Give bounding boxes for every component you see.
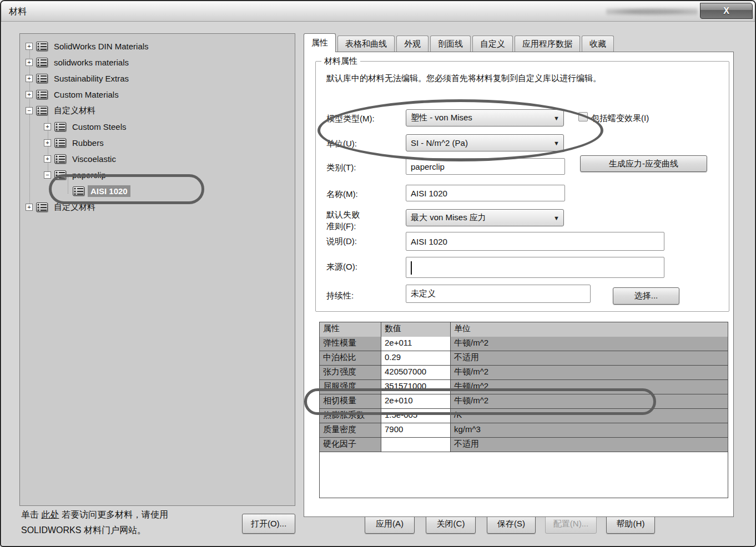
description-input[interactable] — [406, 232, 664, 251]
units-label: 单位(U): — [326, 139, 357, 149]
expand-icon[interactable]: + — [44, 123, 51, 130]
property-value-cell[interactable]: 0.29 — [381, 351, 451, 366]
chevron-down-icon: ▼ — [553, 140, 560, 146]
material-library-icon — [54, 122, 66, 131]
tree-item-solidworks-materials[interactable]: +solidworks materials — [26, 54, 132, 70]
property-value-cell[interactable]: 1.5e-005 — [381, 409, 451, 423]
property-name-cell: 相切模量 — [320, 394, 381, 409]
property-unit-cell: 牛顿/m^2 — [451, 337, 728, 351]
expand-icon[interactable]: + — [26, 43, 33, 50]
tree-item-label[interactable]: solidworks materials — [51, 57, 132, 68]
property-name-cell: 热膨胀系数 — [320, 409, 381, 423]
property-value-cell[interactable]: 420507000 — [381, 366, 451, 380]
dialog-title: 材料 — [9, 6, 27, 18]
property-unit-cell: 牛顿/m^2 — [451, 366, 728, 380]
tree-item-paperclip[interactable]: −paperclip — [44, 167, 109, 183]
tree-item-rubbers[interactable]: +Rubbers — [44, 135, 107, 150]
tree-item-label[interactable]: 自定义材料 — [51, 201, 98, 214]
property-table[interactable]: 属性数值单位弹性模量2e+011牛顿/m^2中泊松比0.29不适用张力强度420… — [319, 322, 728, 498]
tree-item-label[interactable]: Viscoelastic — [69, 153, 119, 165]
table-header-1: 数值 — [381, 322, 451, 338]
sustainability-label: 持续性: — [326, 291, 354, 301]
name-input[interactable] — [406, 185, 565, 201]
material-tree[interactable]: +SolidWorks DIN Materials+solidworks mat… — [19, 33, 295, 506]
material-library-icon — [54, 154, 66, 164]
tree-item-label[interactable]: Sustainability Extras — [51, 73, 132, 84]
tree-item-label[interactable]: Custom Materials — [51, 89, 122, 100]
name-label: 名称(M): — [326, 189, 358, 200]
tree-item-custom-steels[interactable]: +Custom Steels — [44, 119, 129, 134]
tree-item-aisi-1020[interactable]: +AISI 1020 — [62, 183, 130, 199]
here-link[interactable]: 此处 — [41, 510, 59, 519]
hint-text: 若要访问更多材料，请使用 — [59, 510, 168, 519]
material-library-icon — [54, 138, 66, 148]
model-type-select[interactable]: 塑性 - von Mises ▼ — [406, 109, 564, 126]
property-value-cell[interactable] — [381, 438, 451, 452]
tree-item-viscoelastic[interactable]: +Viscoelastic — [44, 151, 119, 166]
text-cursor — [411, 261, 412, 275]
description-label: 说明(D): — [326, 236, 357, 247]
readonly-notice: 默认库中的材料无法编辑。您必须首先将材料复制到自定义库以进行编辑。 — [326, 73, 601, 84]
tree-item-label[interactable]: Custom Steels — [69, 121, 129, 133]
select-button[interactable]: 选择... — [613, 287, 679, 305]
property-unit-cell: /K — [451, 409, 728, 423]
failure-criterion-label: 默认失败 — [326, 210, 360, 220]
tree-item-solidworks-din-materials[interactable]: +SolidWorks DIN Materials — [26, 38, 152, 54]
source-input[interactable] — [406, 257, 664, 278]
property-unit-cell: 牛顿/m^2 — [451, 394, 728, 409]
generate-stress-strain-button[interactable]: 生成应力-应变曲线 — [580, 155, 707, 172]
property-name-cell: 张力强度 — [320, 366, 381, 380]
tab-5[interactable]: 应用程序数据 — [515, 36, 580, 52]
open-button[interactable]: 打开(O)... — [242, 514, 295, 534]
include-creep-checkbox[interactable] — [578, 112, 588, 121]
property-name-cell: 弹性模量 — [320, 337, 381, 351]
expand-icon[interactable]: + — [26, 91, 33, 98]
tab-strip: 属性表格和曲线外观剖面线自定义应用程序数据收藏 — [304, 33, 616, 52]
expand-icon[interactable]: + — [26, 75, 33, 82]
expand-icon[interactable]: + — [44, 139, 51, 146]
material-library-icon — [36, 58, 48, 67]
failure-criterion-select[interactable]: 最大 von Mises 应力 ▼ — [406, 209, 564, 226]
tree-item-custom-materials[interactable]: +Custom Materials — [26, 87, 122, 102]
category-input[interactable] — [406, 158, 565, 175]
collapse-icon[interactable]: − — [26, 107, 33, 114]
property-value-cell[interactable]: 2e+010 — [381, 394, 451, 409]
title-bar[interactable]: 材料 X — [1, 1, 755, 22]
expand-icon[interactable]: + — [26, 204, 33, 211]
property-value-cell[interactable]: 351571000 — [381, 380, 451, 394]
table-header-2: 单位 — [451, 322, 728, 338]
material-library-icon — [36, 74, 48, 83]
property-name-cell: 硬化因子 — [320, 438, 381, 452]
tab-3[interactable]: 剖面线 — [430, 36, 471, 52]
tree-item-label[interactable]: 自定义材料 — [51, 104, 98, 117]
expand-icon[interactable]: + — [44, 155, 51, 163]
tree-item-label[interactable]: paperclip — [69, 169, 109, 181]
tab-2[interactable]: 外观 — [396, 36, 429, 52]
tab-1[interactable]: 表格和曲线 — [337, 36, 395, 52]
expand-icon[interactable]: + — [26, 59, 33, 66]
include-creep-label: 包括蠕变效果(I) — [591, 113, 649, 124]
close-icon[interactable]: X — [700, 3, 753, 19]
tree-item-自定义材料[interactable]: +自定义材料 — [26, 199, 98, 215]
property-unit-cell: 不适用 — [451, 438, 728, 452]
tab-0[interactable]: 属性 — [304, 33, 336, 52]
material-library-icon — [36, 106, 48, 115]
property-value-cell[interactable]: 7900 — [381, 423, 451, 438]
units-select[interactable]: SI - N/m^2 (Pa) ▼ — [406, 134, 564, 151]
material-dialog: 材料 X +SolidWorks DIN Materials+solidwork… — [0, 0, 756, 547]
material-library-icon — [54, 170, 66, 180]
property-name-cell: 质量密度 — [320, 423, 381, 438]
property-value-cell[interactable]: 2e+011 — [381, 337, 451, 351]
property-name-cell: 屈服强度 — [320, 380, 381, 394]
tree-item-自定义材料[interactable]: −自定义材料 — [26, 103, 98, 118]
tree-item-label[interactable]: AISI 1020 — [88, 185, 130, 197]
table-header-0: 属性 — [320, 322, 381, 338]
sustainability-input[interactable] — [406, 285, 591, 303]
tree-item-sustainability-extras[interactable]: +Sustainability Extras — [26, 70, 132, 86]
tab-4[interactable]: 自定义 — [472, 36, 513, 52]
tree-item-label[interactable]: Rubbers — [69, 137, 107, 149]
collapse-icon[interactable]: − — [44, 171, 51, 179]
tree-item-label[interactable]: SolidWorks DIN Materials — [51, 40, 152, 52]
tab-6[interactable]: 收藏 — [582, 36, 614, 52]
chevron-down-icon: ▼ — [553, 215, 560, 221]
